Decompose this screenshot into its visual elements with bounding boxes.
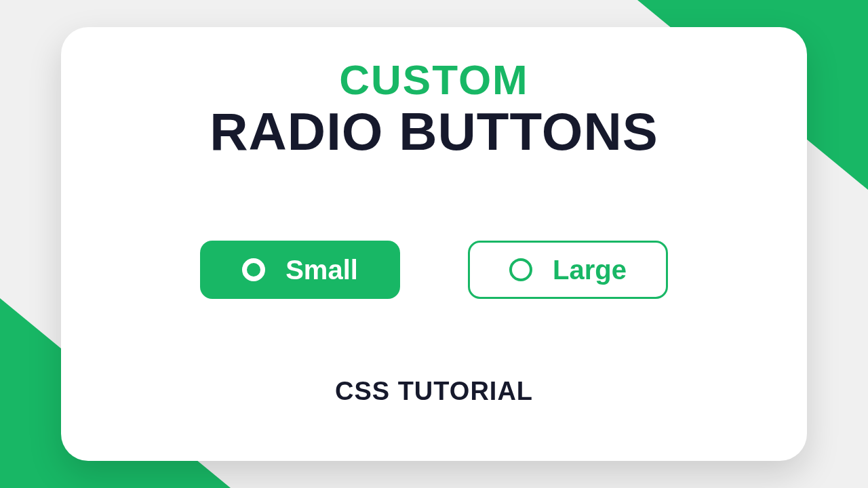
radio-option-label: Small bbox=[285, 255, 358, 285]
tutorial-card: CUSTOM RADIO BUTTONS Small Large CSS TUT… bbox=[61, 27, 807, 461]
title-radio-buttons: RADIO BUTTONS bbox=[210, 101, 658, 163]
radio-option-label: Large bbox=[553, 255, 627, 285]
radio-options-row: Small Large bbox=[200, 241, 668, 299]
title-custom: CUSTOM bbox=[339, 56, 529, 104]
radio-selected-icon bbox=[242, 258, 265, 281]
radio-unselected-icon bbox=[509, 258, 532, 281]
footer-label: CSS TUTORIAL bbox=[335, 377, 533, 406]
radio-option-large[interactable]: Large bbox=[468, 241, 668, 299]
radio-option-small[interactable]: Small bbox=[200, 241, 400, 299]
